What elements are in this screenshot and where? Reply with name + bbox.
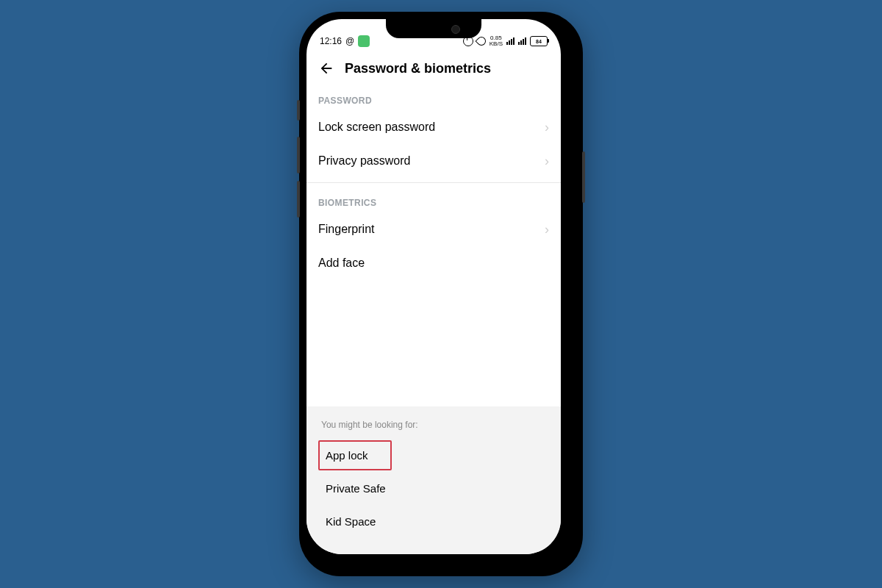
row-fingerprint[interactable]: Fingerprint › bbox=[318, 212, 549, 246]
page-header: Password & biometrics bbox=[306, 50, 561, 85]
suggestions-footer: You might be looking for: App lock Priva… bbox=[306, 406, 561, 554]
net-speed-unit: KB/S bbox=[490, 40, 503, 47]
status-time: 12:16 bbox=[320, 36, 342, 46]
chevron-right-icon: › bbox=[545, 154, 549, 168]
row-label: Privacy password bbox=[318, 154, 410, 168]
suggestions-label: You might be looking for: bbox=[321, 420, 549, 430]
battery-level: 84 bbox=[536, 39, 542, 44]
row-label: Add face bbox=[318, 257, 365, 270]
section-biometrics: BIOMETRICS Fingerprint › Add face bbox=[306, 187, 561, 280]
phone-frame: 12:16 @ 0.85 KB/S 84 bbox=[299, 12, 583, 576]
at-icon: @ bbox=[345, 36, 354, 46]
row-label: Lock screen password bbox=[318, 121, 435, 134]
screen: 12:16 @ 0.85 KB/S 84 bbox=[306, 19, 561, 554]
notch bbox=[386, 19, 481, 38]
network-speed: 0.85 KB/S bbox=[490, 35, 503, 47]
row-privacy-password[interactable]: Privacy password › bbox=[318, 144, 549, 178]
page-title: Password & biometrics bbox=[345, 61, 491, 76]
suggestion-kid-space[interactable]: Kid Space bbox=[318, 506, 392, 537]
row-label: Fingerprint bbox=[318, 223, 374, 236]
volume-up-button bbox=[297, 137, 300, 173]
arrow-left-icon bbox=[318, 60, 334, 76]
back-button[interactable] bbox=[318, 60, 334, 76]
phone-bezel: 12:16 @ 0.85 KB/S 84 bbox=[306, 19, 561, 554]
suggestion-private-safe[interactable]: Private Safe bbox=[318, 473, 393, 503]
volume-down-button bbox=[297, 181, 300, 218]
signal-icon bbox=[506, 37, 514, 45]
divider bbox=[306, 182, 561, 183]
mute-switch bbox=[297, 100, 300, 121]
stage: 12:16 @ 0.85 KB/S 84 bbox=[0, 0, 882, 588]
dnd-icon bbox=[477, 37, 486, 46]
section-label-biometrics: BIOMETRICS bbox=[318, 187, 549, 212]
power-button bbox=[582, 151, 585, 203]
chevron-right-icon: › bbox=[545, 223, 549, 236]
row-add-face[interactable]: Add face bbox=[318, 246, 549, 280]
row-lock-screen-password[interactable]: Lock screen password › bbox=[318, 110, 549, 144]
chevron-right-icon: › bbox=[545, 121, 549, 134]
section-label-password: PASSWORD bbox=[318, 85, 549, 110]
battery-icon: 84 bbox=[530, 36, 548, 46]
front-camera bbox=[451, 25, 460, 34]
suggestion-app-lock[interactable]: App lock bbox=[318, 440, 392, 470]
section-password: PASSWORD Lock screen password › Privacy … bbox=[306, 85, 561, 178]
app-notification-icon bbox=[358, 35, 370, 47]
signal-icon-2 bbox=[518, 37, 526, 45]
